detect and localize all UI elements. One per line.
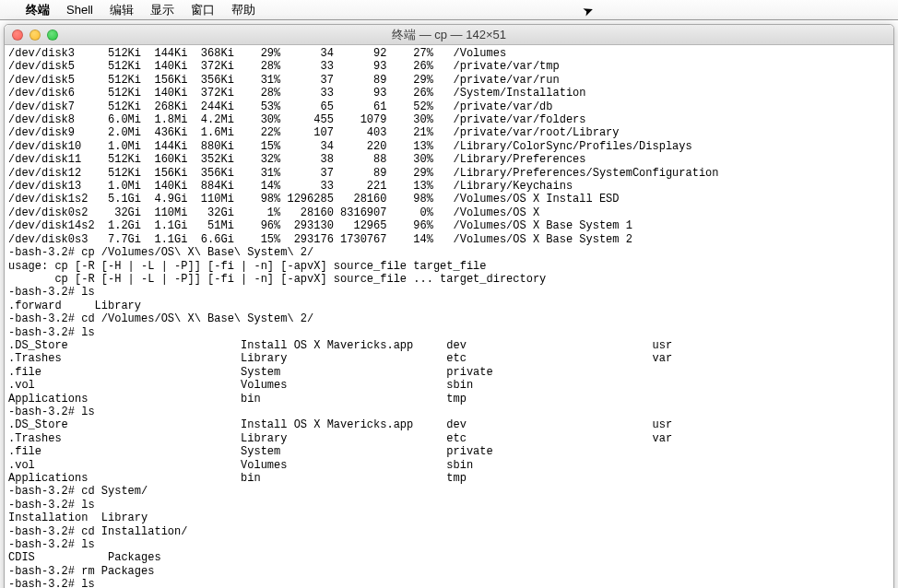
- terminal-line: /dev/disk9 2.0Mi 436Ki 1.6Mi 22% 107 403…: [8, 126, 890, 139]
- terminal-line: Applications bin tmp: [8, 393, 890, 406]
- terminal-line: -bash-3.2# cd System/: [8, 485, 890, 498]
- terminal-line: .forward Library: [8, 300, 890, 312]
- terminal-line: /dev/disk5 512Ki 156Ki 356Ki 31% 37 89 2…: [8, 74, 890, 87]
- terminal-line: cp [-R [-H | -L | -P]] [-fi | -n] [-apvX…: [8, 273, 890, 286]
- terminal-line: -bash-3.2# ls: [8, 538, 890, 551]
- terminal-line: .DS_Store Install OS X Mavericks.app dev…: [8, 418, 890, 431]
- terminal-line: /dev/disk1s2 5.1Gi 4.9Gi 110Mi 98% 12962…: [8, 193, 890, 206]
- terminal-line: CDIS Packages: [8, 551, 890, 564]
- terminal-line: /dev/disk6 512Ki 140Ki 372Ki 28% 33 93 2…: [8, 87, 890, 100]
- menu-help[interactable]: 帮助: [231, 2, 255, 18]
- terminal-line: /dev/disk5 512Ki 140Ki 372Ki 28% 33 93 2…: [8, 60, 890, 73]
- terminal-line: .file System private: [8, 366, 890, 379]
- terminal-line: Applications bin tmp: [8, 472, 890, 485]
- terminal-line: .Trashes Library etc var: [8, 432, 890, 445]
- terminal-line: /dev/disk7 512Ki 268Ki 244Ki 53% 65 61 5…: [8, 100, 890, 113]
- close-button[interactable]: [12, 29, 23, 41]
- terminal-line: /dev/disk12 512Ki 156Ki 356Ki 31% 37 89 …: [8, 167, 890, 180]
- titlebar[interactable]: 终端 — cp — 142×51: [5, 25, 893, 45]
- terminal-line: -bash-3.2# rm Packages: [8, 565, 890, 578]
- terminal-line: .vol Volumes sbin: [8, 379, 890, 392]
- terminal-line: /dev/disk0s3 7.7Gi 1.1Gi 6.6Gi 15% 29317…: [8, 233, 890, 246]
- terminal-line: -bash-3.2# cd Installation/: [8, 525, 890, 538]
- terminal-line: /dev/disk14s2 1.2Gi 1.1Gi 51Mi 96% 29313…: [8, 219, 890, 232]
- terminal-content[interactable]: /dev/disk3 512Ki 144Ki 368Ki 29% 34 92 2…: [5, 45, 893, 588]
- terminal-line: .Trashes Library etc var: [8, 352, 890, 365]
- terminal-line: -bash-3.2# cd /Volumes/OS\ X\ Base\ Syst…: [8, 312, 890, 325]
- menu-window[interactable]: 窗口: [191, 2, 215, 18]
- traffic-lights: [12, 29, 58, 41]
- terminal-line: -bash-3.2# ls: [8, 286, 890, 299]
- terminal-line: .DS_Store Install OS X Mavericks.app dev…: [8, 339, 890, 352]
- terminal-line: -bash-3.2# ls: [8, 499, 890, 512]
- menu-view[interactable]: 显示: [150, 2, 174, 18]
- zoom-button[interactable]: [47, 29, 58, 41]
- terminal-window: 终端 — cp — 142×51 /dev/disk3 512Ki 144Ki …: [4, 24, 894, 588]
- menu-edit[interactable]: 编辑: [110, 2, 134, 18]
- menubar[interactable]: 终端 Shell 编辑 显示 窗口 帮助: [0, 0, 898, 20]
- terminal-line: -bash-3.2# ls: [8, 326, 890, 339]
- terminal-line: /dev/disk3 512Ki 144Ki 368Ki 29% 34 92 2…: [8, 47, 890, 60]
- terminal-line: usage: cp [-R [-H | -L | -P]] [-fi | -n]…: [8, 260, 890, 273]
- window-title: 终端 — cp — 142×51: [5, 27, 893, 43]
- terminal-line: Installation Library: [8, 512, 890, 524]
- menu-app[interactable]: 终端: [26, 2, 50, 18]
- menu-shell[interactable]: Shell: [66, 3, 93, 17]
- terminal-line: -bash-3.2# ls: [8, 406, 890, 418]
- terminal-line: -bash-3.2# ls: [8, 578, 890, 588]
- terminal-line: /dev/disk8 6.0Mi 1.8Mi 4.2Mi 30% 455 107…: [8, 113, 890, 126]
- terminal-line: /dev/disk0s2 32Gi 110Mi 32Gi 1% 28160 83…: [8, 206, 890, 219]
- minimize-button[interactable]: [30, 29, 41, 41]
- terminal-line: /dev/disk13 1.0Mi 140Ki 884Ki 14% 33 221…: [8, 180, 890, 193]
- terminal-line: .vol Volumes sbin: [8, 459, 890, 472]
- terminal-line: /dev/disk11 512Ki 160Ki 352Ki 32% 38 88 …: [8, 153, 890, 166]
- terminal-line: -bash-3.2# cp /Volumes/OS\ X\ Base\ Syst…: [8, 246, 890, 259]
- terminal-line: .file System private: [8, 445, 890, 458]
- terminal-line: /dev/disk10 1.0Mi 144Ki 880Ki 15% 34 220…: [8, 140, 890, 153]
